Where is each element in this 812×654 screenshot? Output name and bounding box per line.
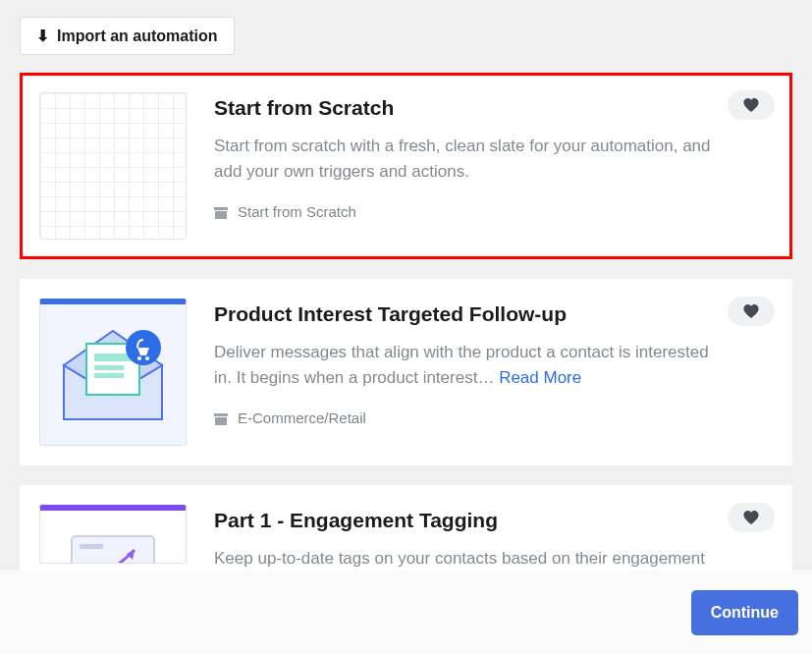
template-thumbnail: [39, 299, 187, 446]
template-title: Start from Scratch: [214, 96, 714, 120]
svg-point-9: [137, 356, 141, 360]
favorite-button[interactable]: [728, 503, 775, 532]
svg-rect-12: [215, 417, 227, 425]
category-icon: [214, 205, 228, 217]
template-card-product-interest[interactable]: Product Interest Targeted Follow-up Deli…: [20, 279, 792, 465]
svg-rect-11: [214, 413, 228, 416]
continue-button-label: Continue: [711, 604, 779, 621]
template-description: Deliver messages that align with the pro…: [214, 340, 714, 392]
template-description: Start from scratch with a fresh, clean s…: [214, 134, 714, 186]
heart-icon: [743, 98, 759, 112]
heart-icon: [743, 511, 759, 524]
import-button-label: Import an automation: [57, 27, 218, 45]
template-card-start-from-scratch[interactable]: Start from Scratch Start from scratch wi…: [20, 73, 792, 259]
svg-rect-7: [94, 373, 124, 378]
svg-rect-14: [80, 544, 103, 549]
template-thumbnail: [39, 505, 187, 564]
template-list: Start from Scratch Start from scratch wi…: [20, 73, 792, 571]
read-more-link[interactable]: Read More: [499, 368, 581, 387]
footer: Continue: [0, 571, 812, 654]
template-title: Part 1 - Engagement Tagging: [214, 509, 714, 532]
template-thumbnail: [39, 92, 187, 240]
svg-rect-5: [94, 354, 132, 361]
favorite-button[interactable]: [728, 90, 775, 120]
svg-rect-1: [215, 211, 227, 219]
svg-rect-6: [94, 365, 124, 370]
template-category: Start from Scratch: [214, 203, 714, 220]
template-title: Product Interest Targeted Follow-up: [214, 302, 714, 326]
template-description: Keep up-to-date tags on your contacts ba…: [214, 546, 714, 571]
template-category-label: Start from Scratch: [238, 203, 356, 220]
template-card-engagement-tagging[interactable]: Part 1 - Engagement Tagging Keep up-to-d…: [20, 485, 792, 571]
svg-rect-13: [72, 536, 154, 564]
import-automation-button[interactable]: ⬇ Import an automation: [20, 17, 235, 55]
template-category: E-Commerce/Retail: [214, 409, 714, 426]
download-icon: ⬇: [36, 27, 49, 45]
favorite-button[interactable]: [728, 297, 775, 326]
continue-button[interactable]: Continue: [691, 590, 798, 635]
category-icon: [214, 411, 228, 423]
svg-rect-0: [214, 207, 228, 210]
svg-point-10: [145, 356, 149, 360]
template-category-label: E-Commerce/Retail: [238, 409, 366, 426]
heart-icon: [743, 304, 759, 318]
